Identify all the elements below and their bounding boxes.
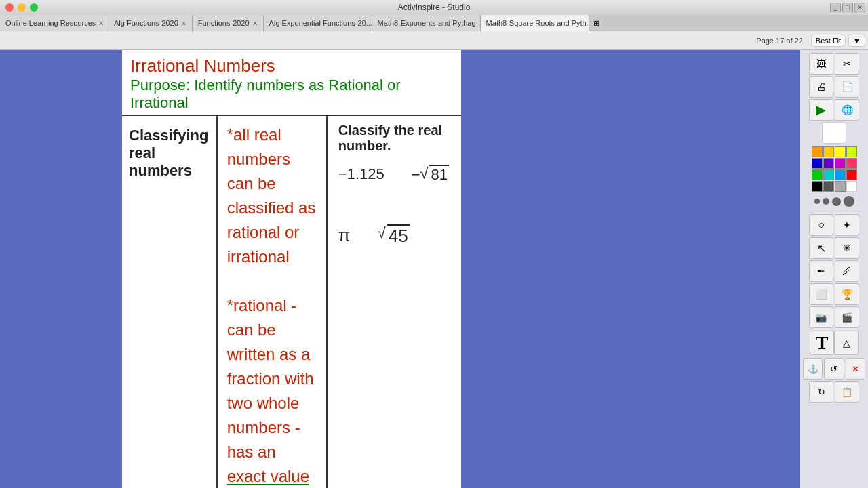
bullet-2: *rational - can be written as a fraction… [227, 293, 317, 488]
classify-column: Classify the real number. −1.125 −81 π 4… [328, 116, 461, 488]
swatch-white[interactable] [846, 181, 857, 192]
media-tool[interactable]: 🎬 [835, 306, 859, 328]
dot-medium[interactable] [832, 197, 841, 206]
swatch-yellow[interactable] [835, 146, 846, 157]
bullet-1: *all real numbers can be classified as r… [227, 123, 317, 269]
panel-row-tools-1: ↖ ✳ [803, 237, 865, 259]
swatch-yellow-orange[interactable] [823, 146, 834, 157]
dot-large[interactable] [844, 196, 854, 207]
panel-circle-outline[interactable]: ○ [809, 214, 833, 236]
tab-label: Functions-2020 [198, 19, 250, 27]
panel-icon-3[interactable]: 🖨 [809, 76, 833, 98]
classify-header: Classify the real number. [338, 123, 450, 154]
tab-functions[interactable]: Functions-2020 ✕ [193, 15, 264, 31]
title-bar: ActivInspire - Studio _ □ ✕ [0, 0, 868, 15]
magic-wand-tool[interactable]: ✳ [835, 237, 859, 259]
cursor-tool[interactable]: ↖ [809, 237, 833, 259]
bullets-column: *all real numbers can be classified as r… [218, 116, 328, 488]
swatch-orange[interactable] [812, 146, 823, 157]
app-title: ActivInspire - Studio [398, 3, 471, 12]
swatch-gray[interactable] [835, 181, 846, 192]
sqrt-81-content: 81 [429, 165, 448, 184]
pen-tool[interactable]: ✒ [809, 260, 833, 282]
tab-grid-icon[interactable]: ⊞ [589, 15, 604, 31]
panel-icon-5[interactable]: 🌐 [835, 99, 859, 121]
fill-tool[interactable]: 🏆 [835, 283, 859, 305]
swatch-black[interactable] [812, 181, 823, 192]
slide-content: Irrational Numbers Purpose: Identify num… [122, 50, 461, 488]
tab-label: Alg Functions-2020 [114, 19, 178, 27]
classify-row-1: −1.125 −81 [338, 165, 450, 184]
swatch-green[interactable] [812, 169, 823, 180]
swatch-purple[interactable] [823, 158, 834, 169]
swatch-magenta[interactable] [835, 158, 846, 169]
tab-label: Math8-Square Roots and Pyth... [486, 19, 589, 27]
panel-separator-1 [803, 211, 865, 211]
classify-item-neg-sqrt81: −81 [412, 165, 449, 184]
panel-row-1: 🖼 ✂ [803, 53, 865, 75]
classify-item-sqrt45: 45 [378, 224, 410, 247]
page-info: Page 17 of 22 [751, 37, 808, 45]
play-button[interactable]: ▶ [809, 99, 833, 121]
eraser-tool[interactable]: ⬜ [809, 283, 833, 305]
panel-row-bottom-1: ⚓ ↺ ✕ [803, 358, 865, 380]
sqrt-81-wrapper: 81 [420, 165, 448, 184]
panel-magic[interactable]: ✦ [835, 214, 859, 236]
close-tool[interactable]: ✕ [846, 358, 865, 380]
highlighter-tool[interactable]: 🖊 [835, 260, 859, 282]
panel-icon-1[interactable]: 🖼 [809, 53, 833, 75]
panel-icon-white-rect[interactable] [822, 122, 846, 144]
dot-small-1[interactable] [814, 199, 820, 204]
maximize-button[interactable] [30, 3, 38, 12]
traffic-lights [5, 3, 38, 12]
fit-dropdown[interactable]: ▼ [848, 35, 865, 47]
exact-value-text: exact value [227, 467, 309, 485]
tab-alg-exponential[interactable]: Alg Exponential Functions-20... ✕ [264, 15, 372, 31]
minimize-button[interactable] [18, 3, 26, 12]
color-grid [812, 146, 857, 192]
swatch-blue[interactable] [812, 158, 823, 169]
tab-label: Online Learning Resources [5, 19, 96, 27]
text-tool[interactable]: T [810, 331, 834, 355]
classify-item-neg-1125: −1.125 [338, 165, 384, 183]
win-minimize[interactable]: _ [830, 3, 841, 12]
tab-online-learning[interactable]: Online Learning Resources ✕ [0, 15, 108, 31]
tab-close-icon[interactable]: ✕ [98, 20, 104, 27]
tab-math8-exponents[interactable]: Math8-Exponents and Pythag ✕ [372, 15, 481, 31]
redo-tool[interactable]: ↻ [809, 381, 833, 403]
swatch-pink[interactable] [846, 158, 857, 169]
panel-row-bottom-2: ↻ 📋 [803, 381, 865, 403]
slide-grid: Classifying real numbers *all real numbe… [122, 116, 461, 488]
slide-title: Irrational Numbers [130, 56, 453, 77]
panel-icon-2[interactable]: ✂ [835, 53, 859, 75]
swatch-yellow-green[interactable] [846, 146, 857, 157]
window-controls: _ □ ✕ [830, 0, 865, 15]
tab-close-icon[interactable]: ✕ [181, 20, 186, 27]
swatch-light-blue[interactable] [835, 169, 846, 180]
camera-tool[interactable]: 📷 [809, 306, 833, 328]
tab-close-icon[interactable]: ✕ [252, 20, 258, 27]
win-close[interactable]: ✕ [854, 3, 865, 12]
win-restore[interactable]: □ [842, 3, 853, 12]
sqrt-45-wrapper: 45 [378, 224, 410, 247]
undo-tool[interactable]: ↺ [824, 358, 844, 380]
tab-math8-square-roots[interactable]: Math8-Square Roots and Pyth... ✕ [481, 15, 589, 31]
tab-alg-functions[interactable]: Alg Functions-2020 ✕ [108, 15, 193, 31]
slide-purpose: Purpose: Identify numbers as Rational or… [130, 77, 453, 112]
shapes-tool[interactable]: △ [834, 331, 859, 355]
toolbar: Page 17 of 22 Best Fit ▼ [0, 31, 868, 50]
tab-bar: Online Learning Resources ✕ Alg Function… [0, 15, 868, 31]
swatch-dark-gray[interactable] [823, 181, 834, 192]
classify-item-pi: π [338, 225, 351, 246]
swatch-red[interactable] [846, 169, 857, 180]
anchor-tool[interactable]: ⚓ [803, 358, 823, 380]
classify-row-2: π 45 [338, 224, 450, 247]
paste-tool[interactable]: 📋 [835, 381, 859, 403]
swatch-cyan[interactable] [823, 169, 834, 180]
text-tool-icon: T [816, 332, 829, 354]
best-fit-button[interactable]: Best Fit [811, 35, 846, 47]
panel-icon-4[interactable]: 📄 [835, 76, 859, 98]
dot-small-2[interactable] [823, 198, 829, 205]
panel-row-tools-2: ✒ 🖊 [803, 260, 865, 282]
close-button[interactable] [5, 3, 14, 12]
